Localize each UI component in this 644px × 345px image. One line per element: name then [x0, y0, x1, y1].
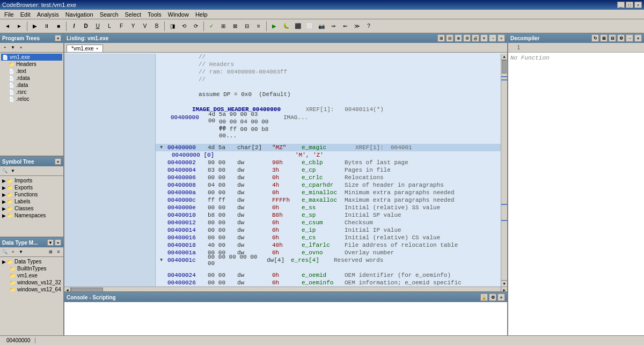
listing-row-res[interactable]: ▼ 0040001c 00 00 00 00 00 00 dw[4] e_res… — [156, 256, 501, 264]
listing-cursor-btn[interactable]: ⊕ — [455, 34, 462, 42]
decompiler-close-btn[interactable]: × — [634, 34, 642, 42]
tree-item-rdata[interactable]: 📄 .rdata — [8, 75, 62, 82]
tree-item-reloc[interactable]: 📄 .reloc — [8, 96, 62, 102]
toolbar-btn-7[interactable]: ⊞ — [218, 21, 229, 32]
dt-btn-1[interactable]: 🔍 — [1, 248, 9, 256]
dt-builtintypes[interactable]: 📁 BuiltInTypes — [9, 265, 62, 272]
vscroll-up-btn[interactable]: ▲ — [501, 54, 507, 60]
program-trees-close[interactable]: × — [55, 35, 61, 41]
menu-select[interactable]: Select — [122, 11, 145, 18]
close-button[interactable]: × — [634, 2, 642, 8]
pt-btn-1[interactable]: + — [1, 44, 9, 52]
toolbar-btn-9[interactable]: ⊟ — [241, 21, 252, 32]
listing-row-maxalloc[interactable]: 0040000c ff ff dw FFFFh e_maxalloc Maxim… — [156, 196, 501, 204]
toolbar-btn-4[interactable]: ◨ — [167, 21, 178, 32]
toolbar-question[interactable]: ? — [363, 21, 374, 32]
pt-btn-3[interactable]: × — [17, 44, 25, 52]
decompiler-sync-btn[interactable]: ↻ — [591, 34, 599, 42]
toolbar-btn-1[interactable]: ▶ — [30, 21, 40, 32]
toolbar-back[interactable]: ◄ — [2, 21, 13, 32]
listing-print-btn[interactable]: 🖨 — [472, 34, 479, 42]
hscroll-thumb[interactable] — [71, 288, 103, 291]
st-btn-1[interactable]: 🔍 — [1, 167, 9, 175]
dt-datatypes[interactable]: ▶ 📁 Data Types — [1, 258, 62, 265]
console-close-btn[interactable]: × — [497, 293, 505, 301]
toolbar-btn-14[interactable]: ⇐ — [340, 21, 350, 32]
listing-row-csum[interactable]: 00400012 00 00 dw 0h e_csum Checksum — [156, 219, 501, 226]
st-classes[interactable]: ▶ 📁 Classes — [1, 205, 62, 212]
vscroll-thumb[interactable] — [502, 60, 507, 74]
toolbar-forward[interactable]: ► — [14, 21, 25, 32]
toolbar-btn-6[interactable]: ⟳ — [191, 21, 201, 32]
listing-content[interactable]: // // Headers // ram: 00400000-004003ff … — [64, 53, 507, 291]
listing-row-ip[interactable]: 00400014 00 00 dw 0h e_ip Initial IP val… — [156, 226, 501, 234]
symbol-tree-close[interactable]: × — [55, 158, 61, 165]
st-labels[interactable]: ▶ 📁 Labels — [1, 198, 62, 205]
listing-float-btn[interactable]: ⊟ — [446, 34, 453, 42]
toolbar-btn-d[interactable]: D — [80, 21, 91, 32]
listing-row-minalloc[interactable]: 0040000a 00 00 dw 0h e_minalloc Minimum … — [156, 189, 501, 196]
toolbar-btn-11[interactable]: ⬛ — [292, 21, 303, 32]
dt-btn-4[interactable]: ⊞ — [47, 248, 54, 256]
listing-vscroll[interactable]: ▲ ▼ — [501, 54, 507, 287]
hscroll-right-btn[interactable]: ► — [501, 287, 507, 291]
toolbar-btn-10[interactable]: ≡ — [253, 21, 264, 32]
minimize-button[interactable]: _ — [617, 2, 625, 8]
listing-settings-btn[interactable]: ⚙ — [463, 34, 471, 42]
toolbar-btn-8[interactable]: ⊠ — [230, 21, 240, 32]
listing-tab-close[interactable]: × — [96, 46, 99, 51]
toolbar-btn-f[interactable]: F — [116, 21, 127, 32]
vscroll-down-btn[interactable]: ▼ — [501, 280, 507, 287]
dt-windows64[interactable]: 📁 windows_vs12_64 — [9, 286, 62, 293]
tree-item-rsrc[interactable]: 📄 .rsrc — [8, 89, 62, 96]
dt-btn-2[interactable]: + — [9, 248, 17, 256]
toolbar-btn-check[interactable]: ✓ — [206, 21, 217, 32]
menu-window[interactable]: Window — [165, 11, 192, 18]
console-lock-btn[interactable]: 🔒 — [480, 293, 488, 301]
toolbar-btn-2[interactable]: ⏸ — [41, 21, 52, 32]
tree-item-text[interactable]: 📄 .text — [8, 68, 62, 75]
st-imports[interactable]: ▶ 📁 Imports — [1, 177, 62, 184]
decompiler-arrow-btn[interactable]: → — [626, 34, 633, 42]
listing-line-magic[interactable]: ▼ 00400000 4d 5a char[2] "MZ" e_magic XR… — [156, 144, 501, 151]
listing-snap-btn[interactable]: ⊞ — [437, 34, 445, 42]
toolbar-btn-3[interactable]: ■ — [53, 21, 64, 32]
listing-row-oemid[interactable]: 00400024 00 00 dw 0h e_oemid OEM identif… — [156, 271, 501, 279]
toolbar-camera[interactable]: 📷 — [316, 21, 327, 32]
toolbar-btn-12[interactable]: ⬜ — [304, 21, 315, 32]
toolbar-btn-b[interactable]: B — [151, 21, 162, 32]
menu-analysis[interactable]: Analysis — [34, 11, 62, 18]
listing-row-sp[interactable]: 00400010 b8 00 dw B8h e_sp Initial SP va… — [156, 211, 501, 219]
decompiler-float-btn[interactable]: ⊟ — [609, 34, 616, 42]
toolbar-bug[interactable]: 🐛 — [281, 21, 291, 32]
listing-row-lfarlc[interactable]: 00400018 40 00 dw 40h e_lfarlc File addr… — [156, 241, 501, 249]
listing-row-ss[interactable]: 0040000e 00 00 dw 0h e_ss Initial (relat… — [156, 204, 501, 211]
dt-btn-5[interactable]: ≡ — [55, 248, 62, 256]
listing-row-cparhdr[interactable]: 00400008 04 00 dw 4h e_cparhdr Size of h… — [156, 181, 501, 189]
listing-arrow-btn[interactable]: → — [489, 34, 496, 42]
menu-file[interactable]: File — [1, 11, 17, 18]
toolbar-run[interactable]: ▶ — [269, 21, 280, 32]
dt-windows32[interactable]: 📁 windows_vs12_32 — [9, 279, 62, 286]
listing-tab-vm1exe[interactable]: *vm1.exe × — [67, 45, 103, 52]
pt-btn-2[interactable]: ▼ — [9, 44, 17, 52]
listing-row-cs[interactable]: 00400016 00 00 dw 0h e_cs Initial (relat… — [156, 234, 501, 241]
console-settings-btn[interactable]: ⚙ — [489, 293, 496, 301]
toolbar-btn-i[interactable]: I — [69, 21, 79, 32]
tree-item-data[interactable]: 📄 .data — [8, 82, 62, 89]
listing-layout-btn[interactable]: ≡ — [480, 34, 488, 42]
toolbar-btn-y[interactable]: Y — [128, 21, 138, 32]
maximize-button[interactable]: □ — [626, 2, 633, 8]
toolbar-btn-5[interactable]: ⟲ — [179, 21, 189, 32]
toolbar-btn-l[interactable]: L — [104, 21, 115, 32]
tree-item-headers[interactable]: 📁 Headers — [8, 61, 62, 68]
toolbar-btn-u[interactable]: U — [92, 21, 103, 32]
listing-close-btn[interactable]: × — [497, 34, 505, 42]
data-type-close[interactable]: × — [55, 239, 61, 246]
decompiler-settings-btn[interactable]: ⚙ — [617, 34, 625, 42]
data-type-dropdown[interactable]: ▼ — [47, 239, 54, 246]
toolbar-btn-v[interactable]: V — [140, 21, 150, 32]
dt-vm1exe[interactable]: 📁 vm1.exe — [9, 272, 62, 279]
st-namespaces[interactable]: ▶ 📁 Namespaces — [1, 212, 62, 219]
toolbar-btn-15[interactable]: ≫ — [352, 21, 362, 32]
